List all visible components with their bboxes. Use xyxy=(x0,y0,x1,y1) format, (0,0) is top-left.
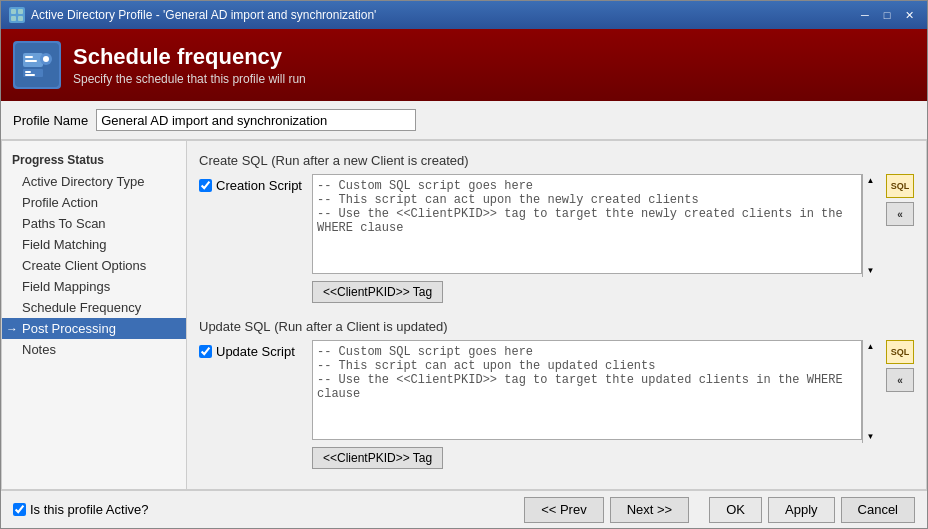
sidebar-label-notes: Notes xyxy=(22,342,56,357)
svg-rect-11 xyxy=(25,74,35,76)
prev-button[interactable]: << Prev xyxy=(524,497,604,523)
sidebar-label-post-processing: Post Processing xyxy=(22,321,116,336)
sidebar-item-paths-to-scan[interactable]: Paths To Scan xyxy=(2,213,186,234)
update-client-pkid-tag-button[interactable]: <<ClientPKID>> Tag xyxy=(312,447,443,469)
apply-button[interactable]: Apply xyxy=(768,497,835,523)
sidebar-label-field-mappings: Field Mappings xyxy=(22,279,110,294)
create-sql-label-button[interactable]: SQL xyxy=(886,174,914,198)
svg-rect-1 xyxy=(18,9,23,14)
scroll-down-arrow: ▼ xyxy=(867,266,875,275)
create-client-pkid-tag-button[interactable]: <<ClientPKID>> Tag xyxy=(312,281,443,303)
main-content: Progress Status Active Directory Type Pr… xyxy=(1,140,927,490)
header-subtitle: Specify the schedule that this profile w… xyxy=(73,72,306,86)
create-tag-row: <<ClientPKID>> Tag xyxy=(199,281,914,303)
sidebar-label-profile-action: Profile Action xyxy=(22,195,98,210)
create-sql-textarea[interactable]: -- Custom SQL script goes here -- This s… xyxy=(312,174,862,274)
creation-script-checkbox[interactable] xyxy=(199,179,212,192)
update-sql-section: Update SQL (Run after a Client is update… xyxy=(199,319,914,469)
sidebar-item-active-directory-type[interactable]: Active Directory Type xyxy=(2,171,186,192)
window-title: Active Directory Profile - 'General AD i… xyxy=(31,8,855,22)
maximize-button[interactable]: □ xyxy=(877,7,897,23)
update-sql-label-button[interactable]: SQL xyxy=(886,340,914,364)
create-sql-label: Create SQL (Run after a new Client is cr… xyxy=(199,153,914,168)
create-sql-label-suffix: (Run after a new Client is created) xyxy=(271,153,468,168)
app-icon xyxy=(9,7,25,23)
sidebar-label-paths-to-scan: Paths To Scan xyxy=(22,216,106,231)
sidebar-item-field-matching[interactable]: Field Matching xyxy=(2,234,186,255)
sidebar-heading: Progress Status xyxy=(2,149,186,171)
create-script-row: Creation Script -- Custom SQL script goe… xyxy=(199,174,914,277)
scroll-up-arrow-2: ▲ xyxy=(867,342,875,351)
active-profile-label-text: Is this profile Active? xyxy=(30,502,149,517)
sidebar: Progress Status Active Directory Type Pr… xyxy=(2,141,187,489)
sidebar-item-post-processing[interactable]: Post Processing xyxy=(2,318,186,339)
profile-name-input[interactable] xyxy=(96,109,416,131)
svg-rect-10 xyxy=(25,71,31,73)
update-sql-textarea[interactable]: -- Custom SQL script goes here -- This s… xyxy=(312,340,862,440)
sidebar-item-field-mappings[interactable]: Field Mappings xyxy=(2,276,186,297)
sidebar-item-profile-action[interactable]: Profile Action xyxy=(2,192,186,213)
active-profile-checkbox-label[interactable]: Is this profile Active? xyxy=(13,502,149,517)
sidebar-item-schedule-frequency[interactable]: Schedule Frequency xyxy=(2,297,186,318)
creation-script-checkbox-label[interactable]: Creation Script xyxy=(199,174,304,193)
update-tag-row: <<ClientPKID>> Tag xyxy=(199,447,914,469)
update-script-checkbox[interactable] xyxy=(199,345,212,358)
main-window: Active Directory Profile - 'General AD i… xyxy=(0,0,928,529)
creation-script-label-text: Creation Script xyxy=(216,178,302,193)
create-sql-buttons: SQL « xyxy=(886,174,914,226)
update-sql-label-suffix: (Run after a Client is updated) xyxy=(274,319,447,334)
sidebar-label-schedule-frequency: Schedule Frequency xyxy=(22,300,141,315)
update-script-label-text: Update Script xyxy=(216,344,295,359)
svg-rect-9 xyxy=(25,60,37,62)
update-sql-arrow-button[interactable]: « xyxy=(886,368,914,392)
scroll-down-arrow-2: ▼ xyxy=(867,432,875,441)
header-icon xyxy=(13,41,61,89)
update-script-checkbox-label[interactable]: Update Script xyxy=(199,340,304,359)
create-sql-arrow-button[interactable]: « xyxy=(886,202,914,226)
sidebar-label-create-client-options: Create Client Options xyxy=(22,258,146,273)
active-profile-checkbox[interactable] xyxy=(13,503,26,516)
bottom-bar: Is this profile Active? << Prev Next >> … xyxy=(1,490,927,528)
update-script-row: Update Script -- Custom SQL script goes … xyxy=(199,340,914,443)
svg-rect-8 xyxy=(25,56,33,58)
ok-button[interactable]: OK xyxy=(709,497,762,523)
header-text: Schedule frequency Specify the schedule … xyxy=(73,44,306,86)
title-bar: Active Directory Profile - 'General AD i… xyxy=(1,1,927,29)
create-sql-section: Create SQL (Run after a new Client is cr… xyxy=(199,153,914,303)
header-title: Schedule frequency xyxy=(73,44,306,70)
sidebar-label-field-matching: Field Matching xyxy=(22,237,107,252)
update-sql-textarea-wrapper: -- Custom SQL script goes here -- This s… xyxy=(312,340,878,443)
content-area: Create SQL (Run after a new Client is cr… xyxy=(187,141,926,489)
create-sql-textarea-wrapper: -- Custom SQL script goes here -- This s… xyxy=(312,174,878,277)
profile-name-label: Profile Name xyxy=(13,113,88,128)
svg-rect-2 xyxy=(11,16,16,21)
update-textarea-scrollbar[interactable]: ▲ ▼ xyxy=(862,340,878,443)
scroll-up-arrow: ▲ xyxy=(867,176,875,185)
header-section: Schedule frequency Specify the schedule … xyxy=(1,29,927,101)
profile-name-row: Profile Name xyxy=(1,101,927,140)
window-controls: ─ □ ✕ xyxy=(855,7,919,23)
cancel-button[interactable]: Cancel xyxy=(841,497,915,523)
svg-point-7 xyxy=(43,56,49,62)
create-textarea-scrollbar[interactable]: ▲ ▼ xyxy=(862,174,878,277)
update-sql-buttons: SQL « xyxy=(886,340,914,392)
sidebar-item-notes[interactable]: Notes xyxy=(2,339,186,360)
minimize-button[interactable]: ─ xyxy=(855,7,875,23)
svg-rect-3 xyxy=(18,16,23,21)
close-button[interactable]: ✕ xyxy=(899,7,919,23)
svg-rect-0 xyxy=(11,9,16,14)
sidebar-item-create-client-options[interactable]: Create Client Options xyxy=(2,255,186,276)
update-sql-label: Update SQL (Run after a Client is update… xyxy=(199,319,914,334)
next-button[interactable]: Next >> xyxy=(610,497,690,523)
sidebar-label-active-directory-type: Active Directory Type xyxy=(22,174,145,189)
